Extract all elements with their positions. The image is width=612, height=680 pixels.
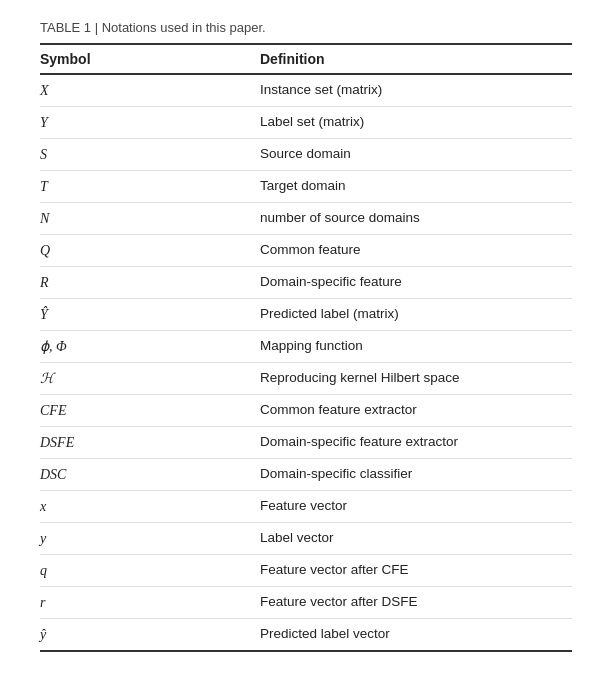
definition-cell: Domain-specific feature extractor xyxy=(260,427,572,459)
definition-cell: Feature vector after DSFE xyxy=(260,587,572,619)
table-row: YLabel set (matrix) xyxy=(40,107,572,139)
definition-cell: Domain-specific feature xyxy=(260,267,572,299)
table-row: rFeature vector after DSFE xyxy=(40,587,572,619)
symbol-cell: Y xyxy=(40,107,260,139)
table-row: ϕ, ΦMapping function xyxy=(40,331,572,363)
table-row: yLabel vector xyxy=(40,523,572,555)
table-row: CFECommon feature extractor xyxy=(40,395,572,427)
definition-cell: Feature vector after CFE xyxy=(260,555,572,587)
table-row: qFeature vector after CFE xyxy=(40,555,572,587)
symbol-cell: DSFE xyxy=(40,427,260,459)
symbol-cell: y xyxy=(40,523,260,555)
table-row: ŶPredicted label (matrix) xyxy=(40,299,572,331)
table-title: TABLE 1 | Notations used in this paper. xyxy=(40,20,572,35)
table-row: SSource domain xyxy=(40,139,572,171)
definition-cell: Domain-specific classifier xyxy=(260,459,572,491)
symbol-cell: DSC xyxy=(40,459,260,491)
definition-cell: Label set (matrix) xyxy=(260,107,572,139)
notation-table: Symbol Definition XInstance set (matrix)… xyxy=(40,43,572,652)
table-row: ŷPredicted label vector xyxy=(40,619,572,652)
definition-cell: Predicted label vector xyxy=(260,619,572,652)
table-row: ℋReproducing kernel Hilbert space xyxy=(40,363,572,395)
symbol-cell: ℋ xyxy=(40,363,260,395)
symbol-cell: r xyxy=(40,587,260,619)
symbol-cell: ϕ, Φ xyxy=(40,331,260,363)
definition-column-header: Definition xyxy=(260,44,572,74)
table-row: Nnumber of source domains xyxy=(40,203,572,235)
table-container: TABLE 1 | Notations used in this paper. … xyxy=(40,20,572,652)
symbol-cell: x xyxy=(40,491,260,523)
table-row: QCommon feature xyxy=(40,235,572,267)
table-row: DSFEDomain-specific feature extractor xyxy=(40,427,572,459)
table-row: TTarget domain xyxy=(40,171,572,203)
table-row: DSCDomain-specific classifier xyxy=(40,459,572,491)
definition-cell: Reproducing kernel Hilbert space xyxy=(260,363,572,395)
table-row: RDomain-specific feature xyxy=(40,267,572,299)
symbol-cell: ŷ xyxy=(40,619,260,652)
table-header-row: Symbol Definition xyxy=(40,44,572,74)
table-row: XInstance set (matrix) xyxy=(40,74,572,107)
symbol-cell: R xyxy=(40,267,260,299)
table-row: xFeature vector xyxy=(40,491,572,523)
symbol-cell: Q xyxy=(40,235,260,267)
symbol-cell: X xyxy=(40,74,260,107)
definition-cell: Label vector xyxy=(260,523,572,555)
symbol-cell: N xyxy=(40,203,260,235)
definition-cell: Instance set (matrix) xyxy=(260,74,572,107)
definition-cell: Feature vector xyxy=(260,491,572,523)
definition-cell: Source domain xyxy=(260,139,572,171)
definition-cell: number of source domains xyxy=(260,203,572,235)
definition-cell: Common feature extractor xyxy=(260,395,572,427)
definition-cell: Predicted label (matrix) xyxy=(260,299,572,331)
definition-cell: Mapping function xyxy=(260,331,572,363)
definition-cell: Common feature xyxy=(260,235,572,267)
symbol-cell: S xyxy=(40,139,260,171)
symbol-cell: q xyxy=(40,555,260,587)
symbol-cell: T xyxy=(40,171,260,203)
definition-cell: Target domain xyxy=(260,171,572,203)
symbol-cell: Ŷ xyxy=(40,299,260,331)
symbol-cell: CFE xyxy=(40,395,260,427)
symbol-column-header: Symbol xyxy=(40,44,260,74)
